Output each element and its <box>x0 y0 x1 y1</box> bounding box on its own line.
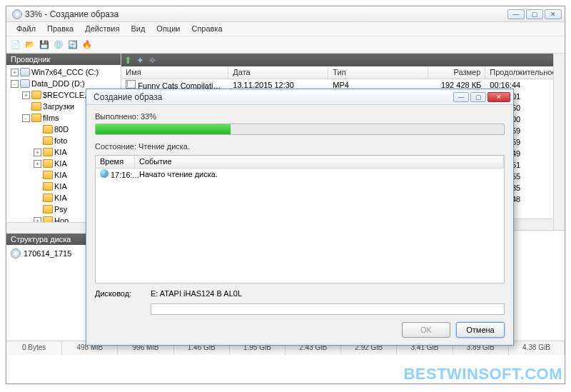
minimize-button[interactable]: — <box>507 9 525 19</box>
menu-Правка[interactable]: Правка <box>41 22 79 36</box>
folder-icon <box>31 91 41 99</box>
folder-icon <box>43 125 53 134</box>
drive-icon <box>20 79 30 88</box>
progress-bar <box>95 124 505 135</box>
expand-icon[interactable]: + <box>22 91 30 99</box>
dialog-title: Создание образа <box>89 92 453 102</box>
file-list-header[interactable]: Имя Дата Тип Размер Продолжительност <box>121 66 565 79</box>
app-icon <box>12 9 22 19</box>
ok-button[interactable]: OK <box>402 322 450 338</box>
col-name[interactable]: Имя <box>121 66 228 79</box>
tree-label: KIA <box>54 159 67 168</box>
dialog-close-button[interactable]: ✕ <box>487 92 510 102</box>
tree-label: Загрузки <box>43 102 74 111</box>
folder-icon <box>43 136 53 145</box>
nav-extra-icon[interactable]: ✧ <box>148 55 156 66</box>
col-size[interactable]: Размер <box>428 66 485 79</box>
log-col-event[interactable]: Событие <box>135 156 504 168</box>
menu-Опции[interactable]: Опции <box>151 22 186 36</box>
dialog-titlebar[interactable]: Создание образа — ▢ ✕ <box>86 89 513 105</box>
save-icon[interactable]: 💾 <box>38 39 51 51</box>
folder-icon <box>43 205 53 213</box>
folder-icon <box>31 114 41 122</box>
tree-label: KIA <box>54 182 67 191</box>
open-icon[interactable]: 📂 <box>24 39 36 51</box>
expand-icon[interactable]: - <box>22 114 30 122</box>
expand-icon[interactable]: + <box>34 149 41 156</box>
video-icon <box>126 80 136 89</box>
toolbar: 📄 📂 💾 💿 🔄 🔥 <box>6 36 565 54</box>
tree-label: foto <box>54 136 67 145</box>
nav-strip: ⬆ ✦ ✧ <box>121 54 565 66</box>
progress-label: Выполнено: 33% <box>95 112 505 121</box>
new-icon[interactable]: 📄 <box>9 39 22 51</box>
close-button[interactable]: ✕ <box>545 9 562 19</box>
titlebar[interactable]: 33% - Создание образа — ▢ ✕ <box>6 6 565 22</box>
tree-label: Psy <box>54 205 67 213</box>
disc-icon[interactable]: 💿 <box>52 39 65 51</box>
tree-label: 80D <box>54 125 69 134</box>
up-icon[interactable]: ⬆ <box>124 55 132 66</box>
status-line: Состояние: Чтение диска. <box>95 142 505 151</box>
tree-label: KIA <box>54 194 67 202</box>
log-row: 17:16:...Начато чтение диска. <box>96 169 504 180</box>
refresh-icon[interactable]: 🔄 <box>66 39 79 51</box>
drive-label: Дисковод: <box>95 289 145 298</box>
file-list-scrollbar-v[interactable] <box>553 79 565 218</box>
menu-Справка[interactable]: Справка <box>186 22 228 36</box>
expand-icon[interactable]: + <box>11 69 19 76</box>
dialog-maximize-button[interactable]: ▢ <box>470 92 486 102</box>
status-cell: 4.38 GiB <box>509 341 565 355</box>
struct-item-label: 170614_1715 <box>24 249 71 258</box>
progress-fill <box>96 124 231 134</box>
status-cell: 0 Bytes <box>6 341 62 355</box>
watermark: BESTWINSOFT.COM <box>403 365 562 383</box>
progress-dialog: Создание образа — ▢ ✕ Выполнено: 33% Сос… <box>86 89 514 346</box>
cancel-button[interactable]: Отмена <box>456 322 505 338</box>
folder-icon <box>43 182 53 191</box>
col-date[interactable]: Дата <box>228 66 328 79</box>
tree-label: films <box>43 114 59 122</box>
menu-Действия[interactable]: Действия <box>79 22 125 36</box>
info-icon <box>100 169 108 178</box>
disc-icon <box>11 248 21 258</box>
log-body: 17:16:...Начато чтение диска. <box>96 169 504 180</box>
drive-icon <box>20 68 30 76</box>
nav-add-icon[interactable]: ✦ <box>136 55 144 66</box>
expand-icon[interactable]: + <box>34 217 41 223</box>
folder-icon <box>43 216 53 222</box>
tree-label: Data_DDD (D:) <box>31 79 85 88</box>
folder-icon <box>43 159 53 168</box>
tree-label: KIA <box>54 148 67 156</box>
tree-item[interactable]: -Data_DDD (D:) <box>8 78 119 89</box>
drive-value: E: ATAPI iHAS124 B AL0L <box>151 289 242 298</box>
dialog-minimize-button[interactable]: — <box>453 92 469 102</box>
tree-label: KIA <box>54 171 67 179</box>
explorer-header: Проводник <box>6 54 121 65</box>
folder-icon <box>43 171 53 179</box>
burn-icon[interactable]: 🔥 <box>81 39 94 51</box>
log-col-time[interactable]: Время <box>96 156 135 168</box>
folder-icon <box>31 102 41 111</box>
tree-item[interactable]: +Win7x64_CCC (C:) <box>8 66 119 78</box>
folder-icon <box>43 194 53 202</box>
menubar: ФайлПравкаДействияВидОпцииСправка <box>6 22 565 36</box>
maximize-button[interactable]: ▢ <box>526 9 543 19</box>
menu-Файл[interactable]: Файл <box>11 22 41 36</box>
menu-Вид[interactable]: Вид <box>125 22 151 36</box>
expand-icon[interactable]: - <box>11 80 19 88</box>
expand-icon[interactable]: + <box>34 160 41 168</box>
tree-label: Hop <box>54 216 69 222</box>
drive-progress <box>151 303 505 315</box>
col-type[interactable]: Тип <box>328 66 428 79</box>
folder-icon <box>43 148 53 156</box>
tree-label: Win7x64_CCC (C:) <box>31 68 98 76</box>
log-grid: Время Событие 17:16:...Начато чтение дис… <box>95 155 505 283</box>
window-title: 33% - Создание образа <box>9 9 507 19</box>
